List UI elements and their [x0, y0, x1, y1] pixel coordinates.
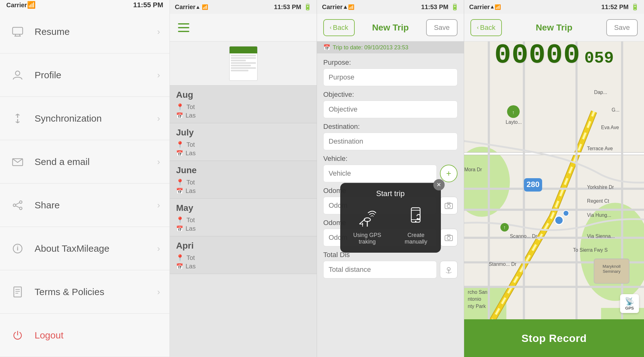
menu-line-3 [178, 31, 189, 32]
sidebar-item-sync[interactable]: Synchronization › [0, 97, 169, 140]
las-label: Las [186, 263, 196, 270]
manual-create-option[interactable]: Create manually [397, 204, 434, 245]
thumbnail-image [229, 46, 258, 81]
svg-text:↑: ↑ [512, 110, 515, 115]
email-icon [9, 154, 26, 170]
svg-rect-0 [13, 27, 23, 34]
save-button[interactable]: Save [426, 19, 458, 36]
svg-rect-32 [411, 208, 420, 222]
gps-label: GPS [625, 306, 634, 310]
gps-option-label: Using GPS traking [347, 232, 388, 245]
calendar-icon: 📅 [176, 225, 183, 232]
aug-last: 📅 Las [176, 112, 310, 119]
month-may-label: May [176, 203, 310, 213]
wifi-icon: 📶 [348, 4, 354, 10]
svg-text:Dap...: Dap... [594, 90, 607, 95]
hamburger-button[interactable] [176, 20, 191, 35]
gps-tracking-option[interactable]: Using GPS traking [347, 204, 388, 245]
line [231, 65, 251, 66]
sidebar-item-terms[interactable]: Terms & Policies › [0, 270, 169, 314]
form-nav-bar: ‹ Back New Trip Save [317, 14, 464, 41]
modal-overlay: ✕ Start trip [317, 53, 464, 357]
share-icon [9, 197, 26, 213]
modal-close-button[interactable]: ✕ [433, 179, 445, 190]
back-button[interactable]: ‹ Back [323, 19, 355, 36]
line [231, 67, 256, 69]
tot-label: Tot [186, 103, 195, 111]
gps-badge: 📡 GPS [620, 294, 639, 313]
map-container[interactable]: 280 Mora Dr Terrace Ave Eva Ave G... Dap… [464, 41, 644, 357]
list-item[interactable]: Apri 📍 Tot 📅 Las [170, 236, 317, 274]
logout-label: Logout [35, 330, 64, 341]
sidebar-item-logout[interactable]: Logout [0, 314, 169, 357]
monitor-icon [9, 24, 26, 40]
svg-line-11 [16, 203, 19, 205]
list-item[interactable]: May 📍 Tot 📅 Las [170, 199, 317, 236]
july-total: 📍 Tot [176, 141, 310, 148]
las-label: Las [186, 112, 196, 119]
location-icon: 📍 [176, 178, 184, 186]
map-panel: Carrier ▲ 📶 11:52 PM 🔋 ‹ Back New Trip S… [464, 0, 644, 357]
list-item[interactable]: July 📍 Tot 📅 Las [170, 123, 317, 161]
map-back-button[interactable]: ‹ Back [470, 19, 502, 36]
sync-label: Synchronization [35, 113, 102, 124]
back-label: Back [333, 24, 348, 32]
info-icon: i [9, 240, 26, 257]
list-item[interactable]: Aug 📍 Tot 📅 Las [170, 85, 317, 123]
map-save-button[interactable]: Save [606, 19, 638, 36]
odometer-decimal: 059 [584, 50, 614, 67]
map-title: New Trip [536, 23, 573, 33]
svg-text:↑: ↑ [503, 225, 506, 230]
svg-line-12 [16, 206, 19, 208]
tot-label: Tot [186, 179, 195, 186]
svg-text:Via Hung...: Via Hung... [587, 212, 611, 218]
start-trip-modal: ✕ Start trip [340, 183, 441, 253]
line [231, 70, 248, 71]
chevron-icon: › [157, 70, 160, 80]
digit-1: 0 [512, 41, 528, 69]
wifi-icon: 📶 [495, 4, 501, 10]
gps-icon: 📡 [625, 297, 634, 306]
person-icon [9, 67, 26, 83]
document-icon [9, 284, 26, 300]
thumbnail-lines [230, 53, 257, 80]
may-last: 📅 Las [176, 225, 310, 232]
month-apri-label: Apri [176, 241, 310, 251]
carrier-label: Carrier [175, 3, 196, 11]
svg-point-36 [417, 218, 419, 220]
las-label: Las [186, 150, 196, 157]
map-nav-bar: ‹ Back New Trip Save [464, 14, 644, 41]
line [231, 57, 256, 59]
location-icon: 📍 [176, 103, 184, 111]
sidebar-item-resume[interactable]: Resume › [0, 10, 169, 53]
sidebar-item-email[interactable]: Send a email › [0, 140, 169, 184]
share-label: Share [35, 200, 60, 211]
month-july-label: July [176, 128, 310, 138]
form-title: New Trip [372, 23, 409, 33]
svg-text:Eva Ave: Eva Ave [601, 125, 619, 130]
sidebar-item-share[interactable]: Share › [0, 184, 169, 227]
tot-label: Tot [186, 254, 195, 261]
stop-record-button[interactable]: Stop Record [464, 319, 644, 357]
digit-3: 0 [546, 41, 563, 69]
modal-title: Start trip [376, 189, 405, 198]
line [231, 62, 256, 64]
calendar-icon: 📅 [176, 150, 183, 157]
arrow-icon: ▲ [343, 4, 348, 10]
june-total: 📍 Tot [176, 178, 310, 186]
save-label: Save [434, 24, 450, 32]
june-last: 📅 Las [176, 187, 310, 195]
resume-label: Resume [35, 26, 70, 37]
calendar-icon: 📅 [323, 44, 330, 51]
menu-line-1 [178, 23, 189, 25]
sidebar-item-profile[interactable]: Profile › [0, 53, 169, 97]
sidebar-item-about[interactable]: i About TaxMileage › [0, 227, 169, 270]
arrow-icon: ▲ [490, 4, 495, 10]
report-thumbnail[interactable] [170, 41, 317, 85]
email-label: Send a email [35, 157, 90, 167]
svg-text:Yorkshire Dr: Yorkshire Dr [587, 184, 614, 190]
battery-icon: 🔋 [631, 3, 639, 11]
sidebar-panel: Carrier 📶 11:55 PM Resume › Profile › Sy… [0, 0, 170, 357]
list-item[interactable]: June 📍 Tot 📅 Las [170, 161, 317, 199]
svg-point-79 [563, 211, 569, 216]
